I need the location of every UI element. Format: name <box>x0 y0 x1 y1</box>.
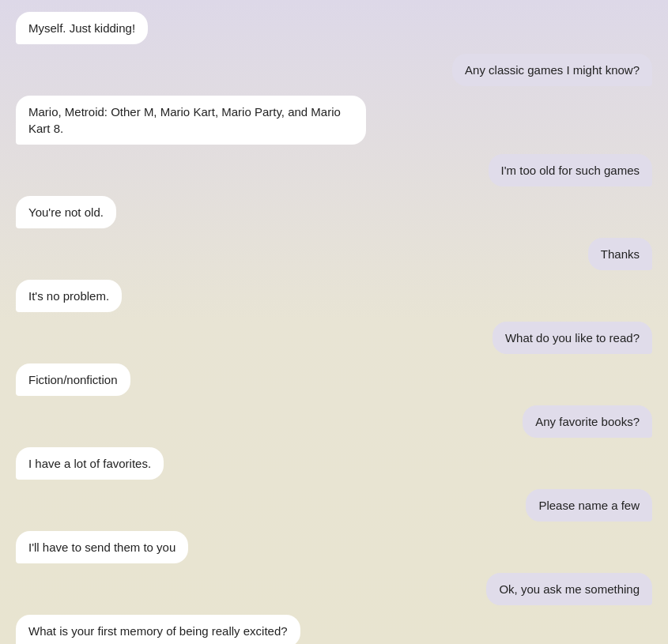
message-row: Ok, you ask me something <box>16 573 652 605</box>
message-row: Thanks <box>16 238 652 270</box>
bubble-6: Thanks <box>588 238 652 270</box>
bubble-2: Any classic games I might know? <box>452 54 652 86</box>
bubble-15: What is your first memory of being reall… <box>16 615 300 644</box>
bubble-12: Please name a few <box>526 489 652 522</box>
message-row: I'll have to send them to you <box>16 531 652 563</box>
message-row: Please name a few <box>16 489 652 522</box>
message-row: I have a lot of favorites. <box>16 447 652 480</box>
message-row: Mario, Metroid: Other M, Mario Kart, Mar… <box>16 96 652 145</box>
message-row: You're not old. <box>16 196 652 228</box>
bubble-13: I'll have to send them to you <box>16 531 188 563</box>
message-row: I'm too old for such games <box>16 154 652 186</box>
bubble-10: Any favorite books? <box>523 405 652 438</box>
bubble-4: I'm too old for such games <box>489 154 652 186</box>
bubble-8: What do you like to read? <box>493 322 652 354</box>
bubble-14: Ok, you ask me something <box>486 573 652 605</box>
message-row: What do you like to read? <box>16 322 652 354</box>
message-row: What is your first memory of being reall… <box>16 615 652 644</box>
bubble-3: Mario, Metroid: Other M, Mario Kart, Mar… <box>16 96 366 145</box>
chat-container[interactable]: Myself. Just kidding!Any classic games I… <box>0 0 668 644</box>
message-row: Any classic games I might know? <box>16 54 652 86</box>
bubble-7: It's no problem. <box>16 280 122 312</box>
message-row: Fiction/nonfiction <box>16 363 652 396</box>
message-row: Any favorite books? <box>16 405 652 438</box>
bubble-1: Myself. Just kidding! <box>16 12 148 44</box>
message-row: Myself. Just kidding! <box>16 12 652 44</box>
bubble-11: I have a lot of favorites. <box>16 447 164 480</box>
message-row: It's no problem. <box>16 280 652 312</box>
bubble-9: Fiction/nonfiction <box>16 363 130 396</box>
bubble-5: You're not old. <box>16 196 116 228</box>
